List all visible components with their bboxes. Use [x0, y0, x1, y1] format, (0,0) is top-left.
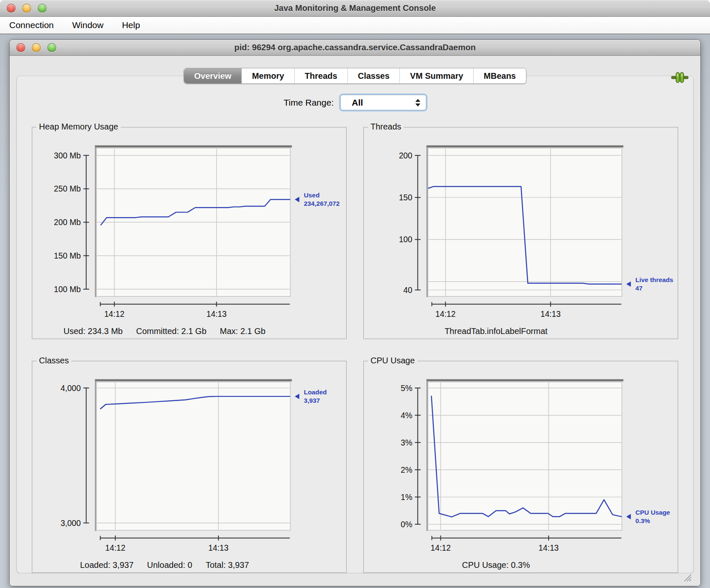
chart-footer-segment: Loaded: 3,937 — [80, 560, 134, 570]
chart-group-title: Heap Memory Usage — [36, 122, 121, 132]
annotation-value: 47 — [635, 285, 643, 292]
chart-footer: Loaded: 3,937Unloaded: 0Total: 3,937 — [35, 560, 344, 570]
y-tick-label: 40 — [403, 286, 412, 295]
annotation-label: Loaded — [304, 389, 327, 396]
close-button[interactable] — [7, 4, 16, 13]
time-range-label: Time Range: — [284, 98, 334, 108]
inner-close-button[interactable] — [16, 43, 25, 52]
app-window: Java Monitoring & Management Console Con… — [0, 0, 710, 588]
process-window-title: pid: 96294 org.apache.cassandra.service.… — [10, 43, 700, 52]
plot-area — [97, 383, 290, 530]
annotation-value: 3,937 — [304, 397, 320, 404]
tab-memory[interactable]: Memory — [241, 68, 294, 83]
plot-border-left — [95, 381, 96, 531]
zoom-button[interactable] — [38, 4, 47, 13]
tab-overview[interactable]: Overview — [184, 68, 241, 83]
plot-area — [428, 149, 621, 296]
chart-footer-segment: Committed: 2.1 Gb — [136, 326, 207, 336]
heap-memory-chart: 300 Mb250 Mb200 Mb150 Mb100 Mb14:1214:13… — [35, 138, 344, 326]
threads-panel: Threads 2001501004014:1214:13Live thread… — [363, 127, 678, 339]
chart-group-title: Classes — [36, 356, 71, 365]
y-tick-label: 100 Mb — [54, 285, 80, 294]
chart-group-title: CPU Usage — [368, 356, 417, 365]
y-tick-label: 150 Mb — [54, 251, 80, 260]
menu-window[interactable]: Window — [72, 20, 104, 30]
tab-content-pane: Overview Memory Threads Classes VM Summa… — [16, 76, 694, 573]
annotation-arrow-icon — [295, 394, 299, 399]
tab-strip: Overview Memory Threads Classes VM Summa… — [17, 68, 693, 84]
app-desktop-area: pid: 96294 org.apache.cassandra.service.… — [0, 34, 710, 588]
inner-minimize-button[interactable] — [32, 43, 41, 52]
y-tick-label: 4% — [401, 411, 412, 420]
cpu-usage-chart: 5%4%3%2%1%0%14:1214:13CPU Usage0.3% — [366, 372, 675, 560]
y-tick-label: 250 Mb — [54, 184, 80, 193]
annotation-label: CPU Usage — [635, 509, 670, 516]
y-tick-label: 200 Mb — [54, 218, 80, 227]
y-tick-label: 300 Mb — [54, 151, 80, 160]
annotation-arrow-icon — [626, 514, 631, 519]
window-controls — [0, 4, 47, 13]
y-tick-label: 0% — [401, 520, 412, 529]
inner-zoom-button[interactable] — [47, 43, 56, 52]
chart-footer: Used: 234.3 MbCommitted: 2.1 GbMax: 2.1 … — [35, 326, 344, 336]
x-tick-label: 14:13 — [206, 310, 226, 319]
menu-help[interactable]: Help — [122, 20, 140, 30]
resize-grip-icon[interactable] — [682, 572, 692, 582]
app-window-title: Java Monitoring & Management Console — [0, 3, 710, 13]
cpu-usage-panel: CPU Usage 5%4%3%2%1%0%14:1214:13CPU Usag… — [363, 361, 678, 573]
menubar: Connection Window Help — [0, 17, 710, 34]
x-tick-label: 14:13 — [208, 544, 228, 552]
plot-border-top — [426, 379, 623, 381]
tab-threads[interactable]: Threads — [294, 68, 347, 83]
chart-footer: ThreadTab.infoLabelFormat — [366, 326, 675, 336]
y-tick-label: 3% — [401, 438, 412, 447]
connection-status-icon — [671, 71, 689, 85]
threads-chart: 2001501004014:1214:13Live threads47 — [366, 138, 675, 326]
tab-vm-summary[interactable]: VM Summary — [399, 68, 473, 83]
plot-area — [428, 383, 621, 530]
tab-mbeans[interactable]: MBeans — [473, 68, 526, 83]
chart-footer-segment: Max: 2.1 Gb — [220, 326, 266, 336]
y-tick-label: 5% — [401, 384, 412, 393]
plot-border-left — [95, 147, 96, 297]
classes-chart: 4,0003,00014:1214:13Loaded3,937 — [35, 372, 344, 560]
time-range-select[interactable]: All — [340, 95, 426, 110]
inner-status-strip — [16, 573, 694, 583]
tab-bar: Overview Memory Threads Classes VM Summa… — [184, 68, 526, 84]
x-tick-label: 14:12 — [104, 310, 124, 319]
y-tick-label: 4,000 — [61, 384, 81, 393]
x-tick-label: 14:13 — [540, 310, 560, 319]
chart-footer-segment: Used: 234.3 Mb — [64, 326, 123, 336]
chart-footer-segment: ThreadTab.infoLabelFormat — [445, 326, 548, 336]
tab-classes[interactable]: Classes — [347, 68, 400, 83]
charts-grid: Heap Memory Usage 300 Mb250 Mb200 Mb150 … — [27, 127, 683, 573]
time-range-value: All — [341, 98, 363, 108]
stepper-arrows-icon — [415, 99, 420, 106]
y-tick-label: 3,000 — [61, 519, 81, 528]
plot-border-top — [426, 145, 623, 148]
chart-group-title: Threads — [368, 122, 404, 132]
chart-footer-segment: Unloaded: 0 — [147, 560, 192, 570]
app-titlebar[interactable]: Java Monitoring & Management Console — [0, 0, 710, 17]
annotation-label: Live threads — [635, 276, 673, 283]
annotation-arrow-icon — [626, 281, 631, 287]
y-tick-label: 200 — [399, 151, 412, 160]
y-tick-label: 2% — [401, 466, 412, 474]
process-window-titlebar[interactable]: pid: 96294 org.apache.cassandra.service.… — [10, 40, 700, 56]
classes-panel: Classes 4,0003,00014:1214:13Loaded3,937 … — [32, 361, 347, 573]
plot-border-left — [426, 147, 428, 297]
inner-window-controls — [10, 43, 56, 52]
minimize-button[interactable] — [22, 4, 31, 13]
y-tick-label: 1% — [401, 493, 412, 502]
plot-border-left — [426, 381, 428, 531]
plot-border-top — [95, 379, 292, 381]
x-tick-label: 14:12 — [105, 544, 125, 552]
menu-connection[interactable]: Connection — [9, 20, 54, 30]
time-range-row: Time Range: All — [27, 95, 683, 110]
annotation-label: Used — [304, 192, 319, 199]
x-tick-label: 14:12 — [430, 544, 451, 552]
annotation-arrow-icon — [295, 197, 299, 202]
annotation-value: 0.3% — [635, 517, 650, 524]
plot-border-top — [95, 145, 292, 148]
chart-footer: CPU Usage: 0.3% — [366, 560, 675, 570]
